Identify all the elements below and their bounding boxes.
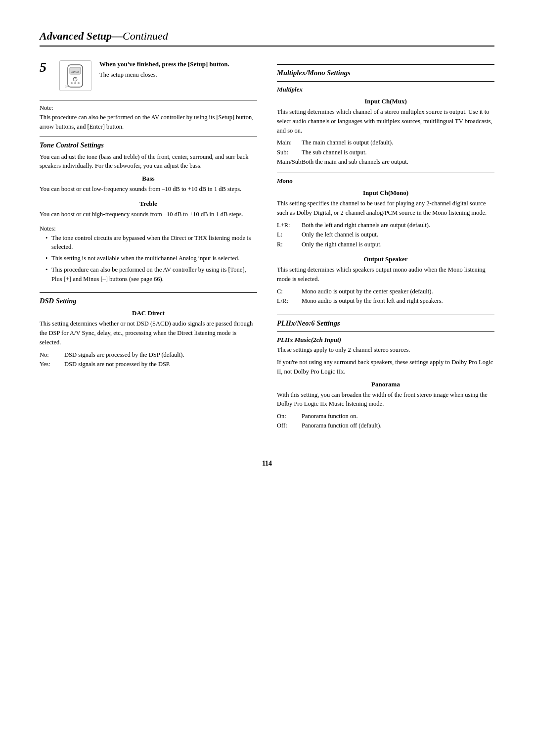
output-speaker-heading: Output Speaker — [277, 255, 494, 263]
tone-notes-block: Notes: The tone control circuits are byp… — [40, 225, 257, 284]
option-text: Panorama function off (default). — [302, 422, 382, 429]
option-label: Sub: — [277, 148, 288, 157]
output-speaker-options: C: Mono audio is output by the center sp… — [277, 287, 494, 306]
dac-direct-text: This setting determines whether or not D… — [40, 319, 257, 347]
output-speaker-section: Output Speaker This setting determines w… — [277, 255, 494, 306]
bass-heading: Bass — [40, 175, 257, 183]
treble-section: Treble You can boost or cut high-frequen… — [40, 200, 257, 219]
list-item: Main: The main channel is output (defaul… — [277, 138, 494, 147]
option-text: The main channel is output (default). — [302, 139, 393, 146]
multiplex-top-divider — [277, 64, 494, 65]
option-text: Only the right channel is output. — [302, 241, 382, 248]
option-text: Both the left and right channels are out… — [302, 222, 430, 229]
step5-text: When you've finished, press the [Setup] … — [99, 60, 257, 83]
option-label: L/R: — [277, 296, 288, 306]
panorama-text: With this setting, you can broaden the w… — [277, 390, 494, 409]
list-item: Off: Panorama function off (default). — [277, 421, 494, 430]
option-text: The sub channel is output. — [302, 149, 367, 156]
dsd-section: DSD Setting DAC Direct This setting dete… — [40, 292, 257, 369]
pliix-divider — [277, 331, 494, 332]
bass-text: You can boost or cut low-frequency sound… — [40, 185, 257, 194]
list-item: R: Only the right channel is output. — [277, 240, 494, 249]
treble-text: You can boost or cut high-frequency soun… — [40, 210, 257, 219]
svg-text:☞: ☞ — [65, 84, 69, 89]
input-ch-mux-section: Input Ch(Mux) This setting determines wh… — [277, 97, 494, 167]
list-item: L/R: Mono audio is output by the front l… — [277, 296, 494, 306]
panorama-options: On: Panorama function on. Off: Panorama … — [277, 412, 494, 431]
panorama-section: Panorama With this setting, you can broa… — [277, 380, 494, 431]
main-content: 5 Setup ☞ When you've finished, pr — [40, 60, 494, 440]
note-label: Note: — [40, 104, 257, 112]
page-title: Advanced Setup—Continued — [40, 30, 494, 43]
option-label: No: — [40, 350, 49, 360]
option-text: Only the left channel is output. — [302, 231, 378, 238]
option-label: L: — [277, 230, 282, 239]
input-ch-mux-options: Main: The main channel is output (defaul… — [277, 138, 494, 167]
list-item: Yes: DSD signals are not processed by th… — [40, 360, 257, 369]
panorama-heading: Panorama — [277, 380, 494, 388]
list-item: On: Panorama function on. — [277, 412, 494, 421]
input-ch-mono-section: Input Ch(Mono) This setting specifies th… — [277, 189, 494, 249]
list-item: L+R: Both the left and right channels ar… — [277, 221, 494, 230]
dac-direct-heading: DAC Direct — [40, 309, 257, 317]
list-item: Sub: The sub channel is output. — [277, 148, 494, 157]
option-label: Off: — [277, 421, 287, 430]
dsd-divider — [40, 292, 257, 293]
tone-notes-list: The tone control circuits are bypassed w… — [40, 234, 257, 284]
step-number: 5 — [40, 60, 51, 74]
multiplex-mono-section: Multiplex/Mono Settings Multiplex Input … — [277, 64, 494, 306]
input-ch-mux-text: This setting determines which channel of… — [277, 107, 494, 135]
option-text: Mono audio is output by the front left a… — [302, 297, 443, 304]
setup-icon: Setup ☞ — [59, 60, 91, 91]
option-text: DSD signals are processed by the DSP (de… — [64, 351, 184, 358]
svg-point-5 — [71, 82, 73, 84]
input-ch-mono-heading: Input Ch(Mono) — [277, 189, 494, 197]
tone-divider — [40, 137, 257, 137]
bass-section: Bass You can boost or cut low-frequency … — [40, 175, 257, 194]
page-number: 114 — [40, 460, 494, 468]
option-text: Mono audio is output by the center speak… — [302, 288, 433, 295]
svg-text:Setup: Setup — [71, 70, 79, 74]
note-top-block: Note: This procedure can also be perform… — [40, 104, 257, 132]
pliix-title: PLIIx/Neo:6 Settings — [277, 319, 494, 328]
note-top-text: This procedure can also be performed on … — [40, 113, 257, 132]
tone-notes-label: Notes: — [40, 225, 257, 233]
option-label: Yes: — [40, 360, 50, 369]
left-column: 5 Setup ☞ When you've finished, pr — [40, 60, 257, 440]
divider-after-step — [40, 100, 257, 100]
list-item: This setting is not available when the m… — [45, 254, 257, 263]
svg-point-6 — [74, 82, 76, 84]
option-label: L+R: — [277, 221, 290, 230]
right-column: Multiplex/Mono Settings Multiplex Input … — [277, 60, 494, 440]
list-item: No: DSD signals are processed by the DSP… — [40, 350, 257, 360]
pliix-section: PLIIx/Neo:6 Settings PLIIx Music(2ch Inp… — [277, 315, 494, 431]
mono-subtitle: Mono — [277, 177, 494, 185]
option-label: R: — [277, 240, 283, 249]
dac-direct-options: No: DSD signals are processed by the DSP… — [40, 350, 257, 370]
list-item: The tone control circuits are bypassed w… — [45, 234, 257, 252]
setup-button-illustration: Setup ☞ — [62, 62, 89, 90]
mono-divider — [277, 173, 494, 173]
option-label: Main/Sub: — [277, 157, 303, 167]
option-label: C: — [277, 287, 283, 296]
pliix-music-intro1: These settings apply to only 2-channel s… — [277, 345, 494, 355]
input-ch-mux-heading: Input Ch(Mux) — [277, 97, 494, 105]
input-ch-mono-text: This setting specifies the channel to be… — [277, 199, 494, 218]
output-speaker-text: This setting determines which speakers o… — [277, 265, 494, 284]
option-text: Both the main and sub channels are outpu… — [302, 158, 408, 165]
multiplex-subtitle: Multiplex — [277, 86, 494, 94]
list-item: Main/Sub: Both the main and sub channels… — [277, 157, 494, 167]
list-item: C: Mono audio is output by the center sp… — [277, 287, 494, 296]
pliix-music-intro2: If you're not using any surround back sp… — [277, 358, 494, 377]
pliix-music-subtitle: PLIIx Music(2ch Input) — [277, 336, 494, 344]
input-ch-mono-options: L+R: Both the left and right channels ar… — [277, 221, 494, 249]
option-text: Panorama function on. — [302, 413, 358, 420]
dac-direct-section: DAC Direct This setting determines wheth… — [40, 309, 257, 369]
treble-heading: Treble — [40, 200, 257, 208]
list-item: L: Only the left channel is output. — [277, 230, 494, 239]
dsd-title: DSD Setting — [40, 297, 257, 305]
list-item: This procedure can also be performed on … — [45, 265, 257, 284]
svg-point-7 — [78, 82, 80, 84]
step5-box: 5 Setup ☞ When you've finished, pr — [40, 60, 257, 91]
multiplex-mono-title: Multiplex/Mono Settings — [277, 69, 494, 77]
